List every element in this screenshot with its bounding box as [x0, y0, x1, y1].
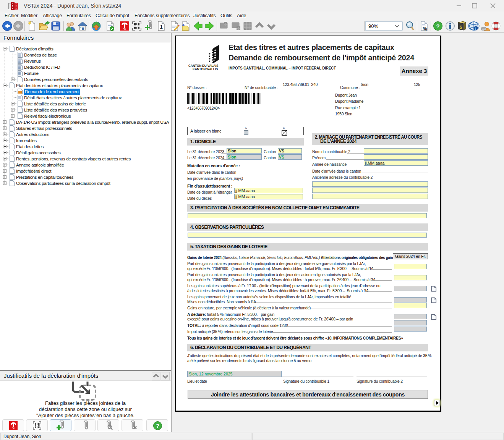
- svg-text:90%: 90%: [368, 23, 378, 29]
- svg-text:$: $: [460, 25, 462, 29]
- svg-text:?: ?: [156, 423, 159, 429]
- svg-text:1: 1: [160, 24, 162, 30]
- svg-text:?: ?: [436, 23, 439, 29]
- svg-text:!: !: [475, 27, 476, 31]
- svg-text:%: %: [423, 26, 427, 32]
